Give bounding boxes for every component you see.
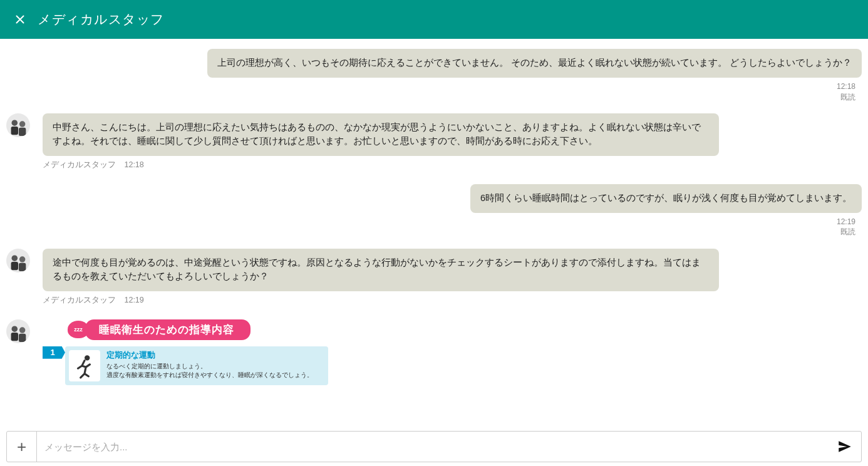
message-meta: メディカルスタッフ 12:19 (43, 295, 862, 306)
message-row-user: 上司の理想が高く、いつもその期待に応えることができていません。 そのため、最近よ… (6, 49, 862, 78)
message-meta: メディカルスタッフ 12:18 (43, 160, 862, 170)
message-bubble: 上司の理想が高く、いつもその期待に応えることができていません。 そのため、最近よ… (207, 49, 862, 78)
avatar (6, 319, 30, 343)
attachment-item-number: 1 (43, 346, 65, 359)
close-icon[interactable] (11, 11, 29, 28)
svg-rect-5 (11, 262, 18, 270)
message-bubble: 中野さん、こんにちは。上司の理想に応えたい気持ちはあるものの、なかなか現実が思う… (43, 113, 719, 156)
message-row-staff: 中野さん、こんにちは。上司の理想に応えたい気持ちはあるものの、なかなか現実が思う… (6, 113, 862, 156)
message-time: 12:19 (124, 296, 143, 304)
message-row-attachment: zzz 睡眠衛生のための指導内容 1 定期的な運動 なるべく定期的に運動しましょ… (6, 319, 862, 385)
svg-point-12 (85, 355, 90, 360)
message-meta: 12:19 既読 (6, 217, 862, 238)
svg-point-10 (19, 327, 26, 333)
message-input[interactable] (37, 432, 829, 462)
svg-point-6 (19, 257, 26, 263)
avatar (6, 113, 30, 137)
send-icon (837, 438, 853, 455)
chat-header: メディカルスタッフ (0, 0, 868, 39)
message-time: 12:19 (6, 217, 855, 227)
chat-title: メディカルスタッフ (38, 11, 165, 28)
svg-rect-7 (19, 263, 26, 271)
message-list: 上司の理想が高く、いつもその期待に応えることができていません。 そのため、最近よ… (0, 39, 868, 427)
attachment-item-text: 定期的な運動 なるべく定期的に運動しましょう。 適度な有酸素運動をすれば寝付きや… (106, 350, 324, 380)
message-row-user: 6時間くらい睡眠時間はとっているのですが、眠りが浅く何度も目が覚めてしまいます。 (6, 184, 862, 213)
attachment-header: zzz 睡眠衛生のための指導内容 (68, 319, 328, 340)
message-time: 12:18 (6, 81, 855, 92)
svg-rect-3 (19, 128, 26, 136)
svg-point-2 (19, 122, 26, 128)
message-read-status: 既読 (6, 227, 855, 237)
sender-name: メディカルスタッフ (43, 160, 116, 169)
attachment-item: 1 定期的な運動 なるべく定期的に運動しましょう。 適度な有酸素運動をすれば寝付… (65, 346, 328, 385)
zzz-icon: zzz (68, 321, 89, 338)
svg-point-0 (12, 120, 18, 127)
avatar (6, 249, 30, 272)
svg-point-8 (12, 326, 18, 332)
attachment-item-title: 定期的な運動 (106, 350, 324, 361)
message-composer: + (6, 431, 862, 462)
message-bubble: 途中で何度も目が覚めるのは、中途覚醒という状態ですね。原因となるような行動がない… (43, 249, 719, 291)
attachment-title: 睡眠衛生のための指導内容 (85, 319, 251, 340)
attachment-item-line: なるべく定期的に運動しましょう。 (106, 362, 324, 371)
send-button[interactable] (829, 432, 861, 462)
attachment-item-line: 適度な有酸素運動をすれば寝付きやすくなり、睡眠が深くなるでしょう。 (106, 371, 324, 380)
attachment-card[interactable]: zzz 睡眠衛生のための指導内容 1 定期的な運動 なるべく定期的に運動しましょ… (43, 319, 328, 385)
message-row-staff: 途中で何度も目が覚めるのは、中途覚醒という状態ですね。原因となるような行動がない… (6, 249, 862, 291)
running-person-icon (69, 350, 100, 381)
svg-point-4 (12, 256, 18, 262)
message-read-status: 既読 (6, 92, 855, 103)
add-attachment-button[interactable]: + (7, 432, 37, 462)
svg-rect-9 (11, 333, 18, 341)
message-time: 12:18 (124, 160, 143, 169)
sender-name: メディカルスタッフ (43, 296, 116, 304)
svg-rect-1 (11, 127, 18, 135)
message-bubble: 6時間くらい睡眠時間はとっているのですが、眠りが浅く何度も目が覚めてしまいます。 (470, 184, 862, 213)
svg-rect-11 (19, 333, 26, 341)
message-meta: 12:18 既読 (6, 81, 862, 103)
